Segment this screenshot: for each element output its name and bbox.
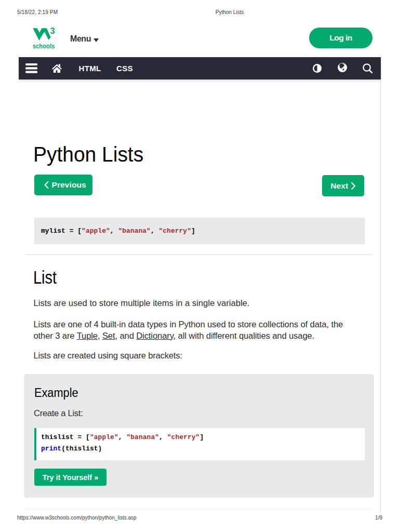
svg-text:schools: schools [33,42,55,50]
svg-text:3: 3 [50,28,55,35]
